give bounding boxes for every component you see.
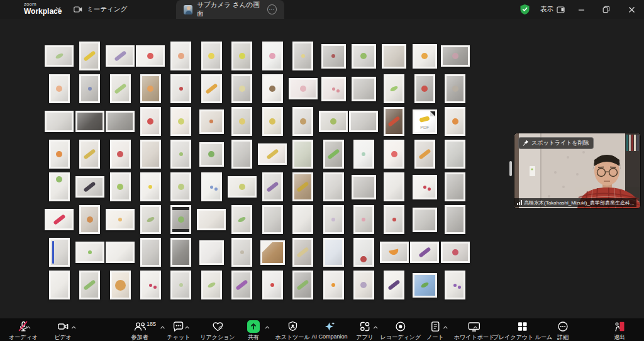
host-tools-button[interactable]: ホストツール bbox=[275, 320, 309, 341]
thumbnail-orange-slice[interactable] bbox=[380, 242, 409, 263]
audio-button[interactable]: オーディオ bbox=[9, 320, 38, 341]
notes-chevron-up-icon[interactable] bbox=[443, 326, 448, 329]
thumbnail-strawberry[interactable] bbox=[170, 74, 191, 103]
thumbnail-purple-pair[interactable] bbox=[445, 271, 465, 299]
thumbnail-red-apple[interactable] bbox=[136, 45, 165, 67]
thumbnail-small-eggplant[interactable] bbox=[410, 242, 439, 263]
thumbnail-banana[interactable] bbox=[79, 42, 100, 70]
thumbnail-green-apple-3[interactable] bbox=[110, 172, 131, 201]
thumbnail-small-orange[interactable] bbox=[106, 209, 135, 230]
thumbnail-faint-pear[interactable] bbox=[231, 74, 252, 103]
thumbnail-pineapple-flower[interactable] bbox=[231, 42, 252, 70]
thumbnail-cherries-2[interactable] bbox=[140, 271, 161, 299]
thumbnail-strawberry-2[interactable] bbox=[140, 107, 161, 136]
thumbnail-chili-dark[interactable] bbox=[384, 107, 404, 136]
thumbnail-gray-4[interactable] bbox=[445, 205, 465, 234]
thumbnail-dark-blur-2[interactable] bbox=[170, 238, 191, 267]
breakout-rooms-button[interactable]: ブレイクアウト ルーム bbox=[493, 320, 552, 341]
thumbnail-white-2[interactable] bbox=[292, 205, 313, 234]
thumbnail-blank-light[interactable] bbox=[45, 111, 74, 132]
thumbnail-pineapple[interactable] bbox=[262, 107, 283, 136]
thumbnail-pdf-file[interactable]: PDF bbox=[413, 109, 437, 134]
thumbnail-green-blur[interactable] bbox=[292, 140, 313, 169]
thumbnail-white-3[interactable] bbox=[106, 242, 135, 263]
video-chevron-up-icon[interactable] bbox=[71, 326, 76, 329]
thumbnail-melon[interactable] bbox=[170, 172, 191, 201]
thumbnail-orange[interactable] bbox=[413, 44, 437, 69]
thumbnail-persimmon[interactable] bbox=[49, 140, 70, 169]
thumbnail-apple-pair[interactable] bbox=[321, 77, 346, 101]
chat-button[interactable]: チャット bbox=[167, 320, 191, 341]
thumbnail-faint-3[interactable] bbox=[231, 238, 252, 267]
thumbnail-blank-gray[interactable] bbox=[352, 77, 376, 101]
thumbnail-leaf-star[interactable] bbox=[201, 271, 222, 299]
audio-chevron-up-icon[interactable] bbox=[26, 326, 31, 329]
thumbnail-orange-dot[interactable] bbox=[323, 271, 344, 299]
thumbnail-red-dot-bottom[interactable] bbox=[353, 238, 374, 267]
thumbnail-tomato[interactable] bbox=[384, 140, 404, 169]
view-button[interactable]: 表示 bbox=[536, 3, 569, 16]
thumbnail-kiwi[interactable] bbox=[262, 74, 283, 103]
thumbnail-gray-2[interactable] bbox=[262, 205, 283, 234]
thumbnail-red-apple-2[interactable] bbox=[262, 271, 283, 299]
more-button[interactable]: 詳細 bbox=[557, 320, 569, 341]
thumbnail-gray-blur[interactable] bbox=[445, 172, 465, 201]
video-panel-handle[interactable] bbox=[509, 161, 512, 176]
recording-button[interactable]: レコーディング bbox=[380, 320, 421, 341]
thumbnail-lemon[interactable] bbox=[201, 42, 222, 70]
minimize-button[interactable] bbox=[569, 0, 594, 19]
participant-video-tile[interactable]: スポットライトを削除 高橋水木(Takahashi_Mizuki)_農学部農業生… bbox=[514, 133, 640, 208]
thumbnail-faint-sketch-2[interactable] bbox=[323, 205, 344, 234]
thumbnail-apple-on-fridge[interactable] bbox=[414, 74, 435, 103]
thumbnail-mango[interactable] bbox=[445, 107, 465, 136]
video-button[interactable]: ビデオ bbox=[54, 320, 72, 341]
thumbnail-strawberry-3[interactable] bbox=[110, 140, 131, 169]
thumbnail-eggplant-3[interactable] bbox=[384, 271, 404, 299]
thumbnail-cherries[interactable] bbox=[413, 175, 437, 199]
share-chevron-up-icon[interactable] bbox=[265, 326, 270, 329]
reactions-chevron-up-icon[interactable] bbox=[218, 326, 223, 329]
thumbnail-blank-4[interactable] bbox=[352, 175, 376, 199]
thumbnail-leaf-on-blue[interactable] bbox=[413, 273, 437, 298]
apps-button[interactable]: アプリ bbox=[356, 320, 374, 341]
thumbnail-pear-2[interactable] bbox=[228, 176, 257, 198]
thumbnail-paper-sketch[interactable] bbox=[140, 140, 161, 169]
thumbnail-peach-blur[interactable] bbox=[289, 78, 318, 99]
restore-button[interactable] bbox=[594, 0, 619, 19]
thumbnail-white-page[interactable] bbox=[384, 172, 404, 201]
reactions-button[interactable]: リアクション bbox=[200, 320, 235, 341]
thumbnail-blank-mid[interactable] bbox=[106, 111, 135, 132]
thumbnail-carrot-2[interactable] bbox=[414, 140, 435, 169]
thumbnail-blank-3[interactable] bbox=[323, 172, 344, 201]
thumbnail-framed-orange[interactable] bbox=[140, 74, 161, 103]
thumbnail-paper-desk[interactable] bbox=[197, 209, 226, 230]
thumbnail-purple-chili[interactable] bbox=[231, 271, 252, 299]
chat-chevron-up-icon[interactable] bbox=[185, 326, 190, 329]
thumbnail-blank-2[interactable] bbox=[231, 140, 252, 169]
thumbnail-green-onion[interactable] bbox=[292, 271, 313, 299]
thumbnail-faint-green[interactable] bbox=[170, 271, 191, 299]
thumbnail-red-chili[interactable] bbox=[45, 209, 74, 230]
thumbnail-peach[interactable] bbox=[170, 42, 191, 70]
thumbnail-dark-photo[interactable] bbox=[75, 111, 104, 132]
participants-chevron-up-icon[interactable] bbox=[160, 326, 165, 329]
thumbnail-cucumber[interactable] bbox=[110, 74, 131, 103]
thumbnail-banded-melon[interactable] bbox=[170, 205, 191, 234]
thumbnail-desk-paper[interactable] bbox=[382, 44, 406, 69]
thumbnail-pink-dot[interactable] bbox=[353, 205, 374, 234]
thumbnail-carrot-blur[interactable] bbox=[79, 205, 100, 234]
thumbnail-faint-2[interactable] bbox=[445, 140, 465, 169]
notes-button[interactable]: ノート bbox=[426, 320, 443, 341]
thumbnail-carrot[interactable] bbox=[201, 74, 222, 103]
thumbnail-melon-sketch[interactable] bbox=[45, 45, 74, 67]
share-screen-button[interactable]: 共有 bbox=[247, 320, 260, 341]
tab-meeting[interactable]: ミーティング bbox=[66, 0, 135, 19]
thumbnail-eggplant-2[interactable] bbox=[262, 172, 283, 201]
whiteboard-chevron-up-icon[interactable] bbox=[473, 326, 478, 329]
participants-button[interactable]: 185 参加者 bbox=[131, 320, 148, 341]
apps-chevron-up-icon[interactable] bbox=[373, 326, 378, 329]
thumbnail-gray-3[interactable] bbox=[413, 208, 437, 232]
thumbnail-cucumber-2[interactable] bbox=[79, 271, 100, 299]
thumbnail-small-apple[interactable] bbox=[199, 109, 224, 134]
thumbnail-tiny-marks[interactable] bbox=[49, 271, 70, 299]
